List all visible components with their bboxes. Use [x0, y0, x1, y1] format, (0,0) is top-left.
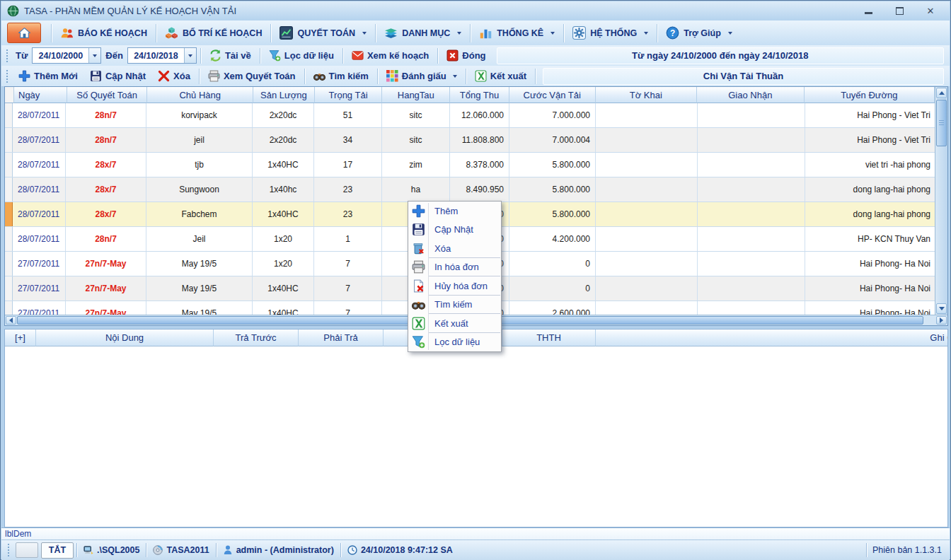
- row-indicator: [5, 103, 13, 127]
- column-header-cuoc_van_tai[interactable]: Cước Vận Tải: [509, 87, 596, 103]
- context-menu-item-6[interactable]: Kết xuất: [408, 314, 501, 333]
- column-header-chu_hang[interactable]: Chủ Hàng: [147, 87, 253, 103]
- minimize-button[interactable]: [863, 7, 873, 16]
- menu-item-1[interactable]: BỐ TRÍ KẾ HOẠCH: [158, 23, 270, 44]
- table-row[interactable]: 28/07/201128n/7jeil2x20dc34sitc11.808.80…: [5, 128, 935, 153]
- toolbar-button-3[interactable]: Đóng: [442, 47, 490, 64]
- from-date-field[interactable]: 24/10/2000: [32, 47, 101, 64]
- binoculars-icon: [412, 298, 425, 311]
- scroll-up-button[interactable]: [936, 88, 947, 98]
- column-header-to_khai[interactable]: Tờ Khai: [596, 87, 698, 103]
- scroll-right-button[interactable]: [936, 316, 947, 325]
- toolbar-button-4[interactable]: Tìm kiếm: [309, 68, 374, 85]
- status-toggle-button[interactable]: TẮT: [41, 542, 74, 559]
- chevron-down-icon: [644, 32, 648, 35]
- filter-buttons: Tải vềLọc dữ liệuXem kế hoạchĐóng: [204, 47, 491, 64]
- context-menu-item-5[interactable]: Tìm kiếm: [408, 296, 501, 315]
- column-header-trong_tai[interactable]: Trọng Tải: [315, 87, 383, 103]
- cell-san_luong: 1x20: [253, 227, 314, 251]
- cell-cuoc_van_tai: 7.000.000: [509, 103, 596, 127]
- cell-hang_tau: sitc: [382, 103, 450, 127]
- scroll-left-button[interactable]: [6, 316, 16, 325]
- cell-giao_nhan: [698, 177, 805, 202]
- drag-grip[interactable]: [6, 49, 9, 63]
- toolbar-button-3[interactable]: Xem Quyết Toán: [203, 68, 301, 85]
- user-icon: [223, 545, 233, 555]
- chevron-down-icon: [728, 32, 732, 35]
- from-date-dropdown[interactable]: [88, 48, 100, 63]
- menu-item-3[interactable]: DANH MỤC: [377, 23, 468, 44]
- cell-san_luong: 2x20dc: [253, 103, 314, 127]
- button-label: Tìm kiếm: [329, 71, 369, 81]
- column-header-so_quyet_toan[interactable]: Số Quyết Toán: [67, 87, 148, 103]
- menu-item-2[interactable]: QUYẾT TOÁN: [272, 23, 374, 44]
- table-row[interactable]: 28/07/201128x/7Sungwoon1x40hc23ha8.490.9…: [5, 177, 935, 202]
- menu-item-label: BỐ TRÍ KẾ HOẠCH: [183, 28, 263, 38]
- status-item-2: admin - (Administrator): [219, 545, 338, 555]
- close-button[interactable]: ✕: [926, 7, 935, 16]
- toolbar-button-2[interactable]: Xóa: [153, 68, 195, 85]
- binoculars-icon: [313, 70, 325, 82]
- to-date-dropdown[interactable]: [184, 48, 196, 63]
- menu-item-label: Trợ Giúp: [684, 28, 721, 38]
- menu-item-6[interactable]: ?Trợ Giúp: [659, 23, 739, 44]
- app-icon: [7, 5, 19, 17]
- toolbar-button-2[interactable]: Xem kế hoạch: [347, 47, 434, 64]
- context-menu-item-3[interactable]: In hóa đơn: [408, 258, 501, 277]
- maximize-button[interactable]: [894, 7, 904, 16]
- cell-san_luong: 1x40HC: [253, 276, 314, 301]
- menu-item-4[interactable]: THỐNG KÊ: [472, 23, 562, 44]
- toolbar-button-5[interactable]: Đánh giấu: [381, 68, 462, 85]
- home-button[interactable]: [7, 23, 41, 43]
- column-header-tuyen_duong[interactable]: Tuyến Đường: [805, 87, 935, 103]
- cell-trong_tai: 34: [314, 128, 382, 152]
- details-column-header-3: Phải Trả: [299, 329, 384, 346]
- cell-giao_nhan: [698, 153, 805, 177]
- context-menu-item-0[interactable]: Thêm: [408, 202, 501, 221]
- separator: [342, 48, 343, 64]
- context-menu-item-7[interactable]: Lọc dữ liệu: [408, 333, 501, 352]
- table-row[interactable]: 28/07/201128x/7tjb1x40HC17zim8.378.0005.…: [5, 153, 935, 177]
- toolbar-button-1[interactable]: Lọc dữ liệu: [264, 47, 339, 64]
- cell-to_khai: [596, 301, 698, 315]
- drag-grip[interactable]: [7, 543, 11, 557]
- cell-ngay: 28/07/2011: [13, 202, 66, 226]
- context-menu-item-label: Thêm: [428, 206, 458, 216]
- save-icon: [90, 70, 102, 82]
- toolbar-button-0[interactable]: Tải về: [204, 47, 256, 64]
- cell-giao_nhan: [698, 227, 805, 251]
- cell-cuoc_van_tai: 0: [509, 276, 596, 301]
- toolbar-button-6[interactable]: Kết xuất: [470, 68, 531, 85]
- column-header-ngay[interactable]: Ngày: [14, 87, 67, 103]
- count-label: lblDem: [1, 527, 950, 539]
- table-row[interactable]: 28/07/201128n/7korvipack2x20dc51sitc12.0…: [5, 103, 935, 128]
- to-date-field[interactable]: 24/10/2018: [127, 47, 197, 64]
- expand-all-button[interactable]: [+]: [5, 329, 36, 346]
- column-header-giao_nhan[interactable]: Giao Nhận: [697, 87, 805, 103]
- column-header-hang_tau[interactable]: HangTau: [382, 87, 450, 103]
- grid-header: NgàySố Quyết ToánChủ HàngSản LượngTrọng …: [5, 87, 935, 103]
- menu-item-0[interactable]: BÁO KẾ HOẠCH: [53, 23, 154, 44]
- toolbar-button-1[interactable]: Cập Nhật: [85, 68, 151, 85]
- context-menu-item-2[interactable]: Xóa: [408, 239, 501, 258]
- menu-item-label: HỆ THỐNG: [590, 28, 637, 38]
- context-menu-icon-cell: [408, 279, 428, 293]
- context-menu-icon-cell: [408, 335, 428, 349]
- menu-item-label: DANH MỤC: [402, 28, 450, 38]
- column-header-san_luong[interactable]: Sản Lượng: [253, 87, 315, 103]
- context-menu-item-4[interactable]: Hủy hóa đơn: [408, 276, 501, 296]
- vertical-scroll-thumb[interactable]: [936, 100, 947, 146]
- status-blank-button[interactable]: [16, 542, 38, 558]
- scroll-down-button[interactable]: [936, 303, 947, 314]
- arrow-right-icon: [940, 317, 943, 323]
- status-bar: TẮT .\SQL2005TASA2011admin - (Administra…: [1, 539, 950, 560]
- toolbar-button-0[interactable]: Thêm Mới: [13, 68, 83, 85]
- vertical-scrollbar[interactable]: [935, 87, 947, 315]
- cell-tuyen_duong: Hai Phong - Viet Tri: [805, 128, 935, 152]
- context-menu-item-1[interactable]: Cập Nhật: [408, 221, 501, 240]
- drag-grip[interactable]: [6, 69, 9, 83]
- column-header-tong_thu[interactable]: Tổng Thu: [450, 87, 509, 103]
- menu-item-5[interactable]: HỆ THỐNG: [565, 23, 655, 44]
- maximize-icon: [896, 7, 904, 15]
- add-icon: [412, 204, 425, 218]
